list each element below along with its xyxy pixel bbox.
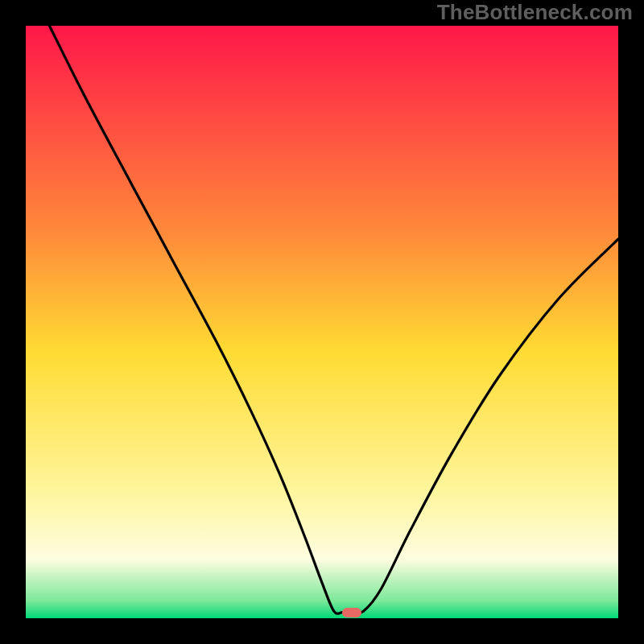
chart-plot-area [26,26,618,618]
chart-frame: TheBottleneck.com [0,0,644,644]
chart-marker [342,608,361,617]
watermark-text: TheBottleneck.com [437,0,633,25]
chart-line [26,26,618,618]
